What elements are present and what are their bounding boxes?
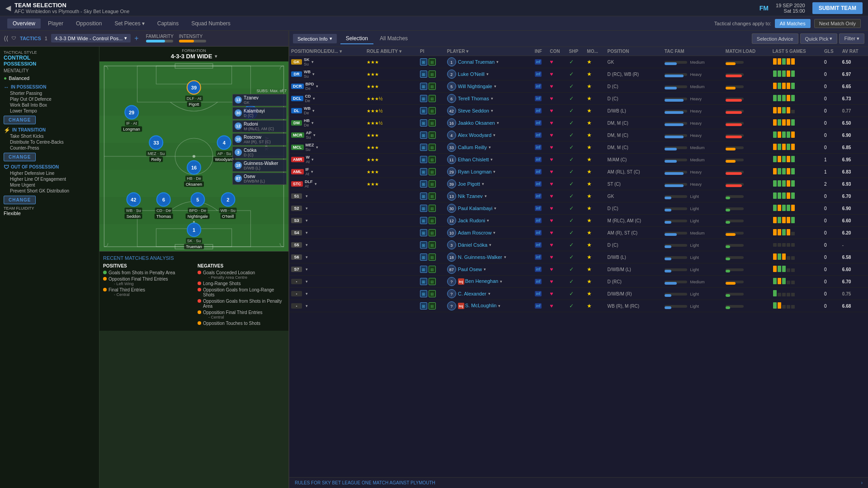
add-formation-button[interactable]: + [134,34,138,42]
player-cell[interactable]: 29 Ryan Longman ▾ [445,166,533,178]
shp-cell: ✓ [567,239,585,251]
gls-cell: 0 [822,276,840,288]
col-av-rat[interactable]: AV RAT [840,47,868,56]
player-cell[interactable]: ? C. Alexander ▾ [445,288,533,300]
table-row[interactable]: DM HBDe ▾ ★★★½ ⊞ ⊞ 16 Jaakko Oksanen ▾ i… [289,117,868,129]
table-row[interactable]: DL WBDe ▾ ★★★½ ⊞ ⊞ 42 Steve Seddon ▾ inf… [289,105,868,117]
player-cell[interactable]: 4 Alex Woodyard ▾ [445,129,533,141]
table-row[interactable]: DR WBSu ▾ ★★★ ⊞ ⊞ 2 Luke O'Neill ▾ inf ♥… [289,68,868,80]
tab-player[interactable]: Player [42,19,69,28]
player-cell[interactable]: ? InjBen Heneghan ▾ [445,276,533,288]
col-position2[interactable]: POSITION [606,47,658,56]
sub-item[interactable]: 12 RudoniM (RLC), AM (C) [232,120,287,132]
player-cell[interactable]: 13 Nik Tzanev ▾ [445,190,533,202]
table-row[interactable]: AMR WAt ▾ ★★★ ⊞ ⊞ 11 Ethan Chislett ▾ in… [289,154,868,166]
formation-selector[interactable]: 4-3-3 DM Wide - Control Pos... ▾ [51,34,131,42]
player-cell[interactable]: 16 Jaakko Oksanen ▾ [445,117,533,129]
in-transition-change-button[interactable]: CHANGE [4,153,36,161]
sub-item[interactable]: 18 Guinness-WalkerD/WB (L) [232,160,287,172]
sub-item[interactable]: 13 TzanevGK [232,94,287,106]
player-cell[interactable]: 5 Will Nightingale ▾ [445,80,533,93]
player-cell[interactable]: 42 Steve Seddon ▾ [445,105,533,117]
table-row[interactable]: S2 ▾ ⊞ ⊞ 30 Paul Kalambayi ▾ inf ♥ ✓ [289,202,868,215]
player-token-woodyard[interactable]: 4 AP · Su Woodyard [213,135,235,162]
all-matches-button[interactable]: All Matches [775,19,811,28]
tab-opposition[interactable]: Opposition [71,19,107,28]
table-row[interactable]: - ▾ ⊞ ⊞ ? C. Alexander ▾ inf ♥ ✓ ★ [289,288,868,300]
table-row[interactable]: MCR APSu ▾ ★★★ ⊞ ⊞ 4 Alex Woodyard ▾ inf… [289,129,868,141]
player-cell[interactable]: 30 Paul Kalambayi ▾ [445,202,533,215]
table-row[interactable]: S7 ▾ ⊞ ⊞ 87 Paul Osew ▾ inf ♥ ✓ ★ [289,263,868,276]
sub-item[interactable]: 10 RoscrowAM (R), ST (C) [232,133,287,145]
analysis-title[interactable]: RECENT MATCHES ANALYSIS [103,255,285,261]
col-pi[interactable]: PI [418,47,445,56]
col-mo[interactable]: MO... [585,47,605,56]
col-role-ability[interactable]: ROLE ABILITY ▾ [365,47,418,56]
player-token-reilly[interactable]: 33 MEZ · Su Reilly [146,135,166,162]
collapse-button[interactable]: ⟨⟨ [4,35,8,42]
col-gls[interactable]: GLS [822,47,840,56]
selection-info-button[interactable]: Selection Info ▾ [293,34,337,43]
out-of-possession-change-button[interactable]: CHANGE [4,196,36,204]
player-token-trueman[interactable]: 1 SK · Su Trueman [184,223,204,249]
player-cell[interactable]: 18 N. Guinness-Walker ▾ [445,251,533,263]
sub-item[interactable]: 3 CsókaD (C) [232,146,287,159]
table-row[interactable]: STC DLFAt ▾ ★★★ ⊞ ⊞ 39 Joe Pigott ▾ inf … [289,178,868,190]
tab-set-pieces[interactable]: Set Pieces ▾ [109,19,150,28]
table-row[interactable]: S5 ▾ ⊞ ⊞ 3 Dániel Csóka ▾ inf ♥ ✓ ★ [289,239,868,251]
selection-advice-button[interactable]: Selection Advice [752,33,798,44]
col-position[interactable]: POSITION/ROLE/DU... ▾ [289,47,365,56]
table-row[interactable]: - ▾ ⊞ ⊞ ? InjS. McLoughlin ▾ inf ♥ ✓ [289,300,868,312]
tab-captains[interactable]: Captains [152,19,184,28]
col-shp[interactable]: SHP [567,47,585,56]
player-cell[interactable]: ? InjS. McLoughlin ▾ [445,300,533,312]
tab-squad-numbers[interactable]: Squad Numbers [186,19,236,28]
table-row[interactable]: S1 ▾ ⊞ ⊞ 13 Nik Tzanev ▾ inf ♥ ✓ ★ [289,190,868,202]
col-inf[interactable]: INF [533,47,548,56]
player-cell[interactable]: 87 Paul Osew ▾ [445,263,533,276]
col-tac-fam[interactable]: TAC FAM [663,47,724,56]
table-row[interactable]: S4 ▾ ⊞ ⊞ 10 Adam Roscrow ▾ inf ♥ ✓ ★ [289,227,868,239]
sub-item[interactable]: 87 OsewD/WB/M (L) [232,173,287,185]
table-row[interactable]: DCL CDDe ▾ ★★★½ ⊞ ⊞ 6 Terell Thomas ▾ in… [289,93,868,105]
player-cell[interactable]: 33 Callum Reilly ▾ [445,141,533,154]
player-token-oksanen[interactable]: 16 HB · De Oksanen [184,160,204,187]
player-token-pigott[interactable]: 39 DLF · At Pigott [185,80,203,107]
table-row[interactable]: - ▾ ⊞ ⊞ ? InjBen Heneghan ▾ inf ♥ ✓ ★ [289,276,868,288]
col-match-load[interactable]: MATCH LOAD [724,47,771,56]
submit-team-button[interactable]: SUBMIT TEAM [812,2,863,14]
tab-selection[interactable]: Selection [340,33,373,44]
filter-button[interactable]: Filter ▾ [839,33,864,44]
player-token-seddon[interactable]: 42 WB · Su Seddon [125,192,142,219]
table-row[interactable]: DCR BPDDe ▾ ★★★ ⊞ ⊞ 5 Will Nightingale ▾… [289,80,868,93]
inf-cell: inf [533,300,548,312]
rules-arrow[interactable]: › [861,480,863,485]
back-button[interactable]: ◀ [5,4,11,12]
in-possession-change-button[interactable]: CHANGE [4,116,36,124]
col-last5[interactable]: LAST 5 GAMES [771,47,822,56]
player-cell[interactable]: 3 Dániel Csóka ▾ [445,239,533,251]
next-match-button[interactable]: Next Match Only [814,19,861,28]
sub-item[interactable]: 30 KalambayiD (C) [232,107,287,119]
player-cell[interactable]: 2 Luke O'Neill ▾ [445,68,533,80]
player-cell[interactable]: 6 Terell Thomas ▾ [445,93,533,105]
table-row[interactable]: S3 ▾ ⊞ ⊞ 12 Jack Rudoni ▾ inf ♥ ✓ ★ [289,215,868,227]
player-cell[interactable]: 12 Jack Rudoni ▾ [445,215,533,227]
table-row[interactable]: MCL MEZSu ▾ ★★★ ⊞ ⊞ 33 Callum Reilly ▾ i… [289,141,868,154]
player-token-nightingale[interactable]: 5 BPD · De Nightingale [186,192,210,219]
tab-overview[interactable]: Overview [7,19,41,28]
table-row[interactable]: GK SKSu ▾ ★★★ ⊞ ⊞ 1 Connal Trueman ▾ inf… [289,56,868,68]
player-token-thomas[interactable]: 6 CD · De Thomas [155,192,173,219]
table-row[interactable]: S6 ▾ ⊞ ⊞ 18 N. Guinness-Walker ▾ inf ♥ ✓ [289,251,868,263]
quick-pick-button[interactable]: Quick Pick ▾ [800,33,838,44]
col-con[interactable]: CON [548,47,567,56]
player-token-oneill[interactable]: 2 WB · Su O'Neill [219,192,237,219]
player-cell[interactable]: 39 Joe Pigott ▾ [445,178,533,190]
col-player[interactable]: PLAYER ▾ [445,47,533,56]
tab-all-matches[interactable]: All Matches [374,33,413,44]
player-token-longman[interactable]: 29 IF · At Longman [121,105,142,131]
player-cell[interactable]: 10 Adam Roscrow ▾ [445,227,533,239]
player-cell[interactable]: 11 Ethan Chislett ▾ [445,154,533,166]
player-cell[interactable]: 1 Connal Trueman ▾ [445,56,533,68]
table-row[interactable]: AML IFAt ▾ ★★★ ⊞ ⊞ 29 Ryan Longman ▾ inf… [289,166,868,178]
